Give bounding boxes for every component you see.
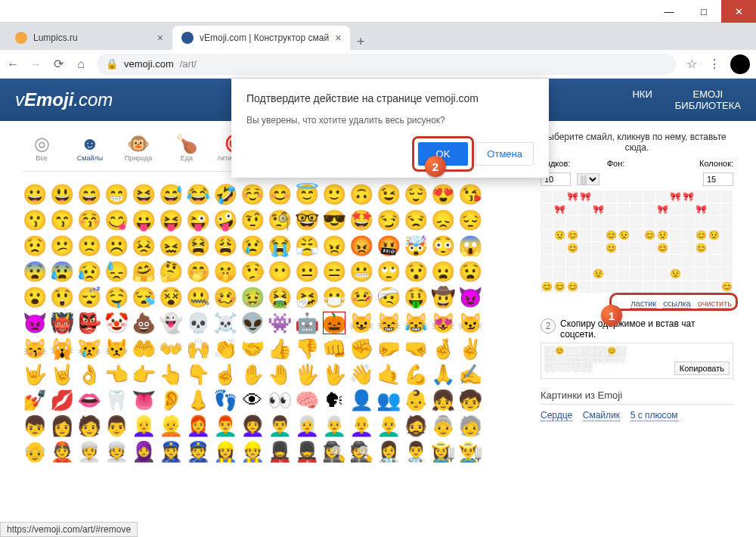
canvas-cell[interactable] xyxy=(643,191,655,203)
canvas-cell[interactable] xyxy=(631,268,643,280)
profile-avatar[interactable] xyxy=(730,54,750,74)
emoji-cell[interactable]: 😪 xyxy=(132,285,156,309)
emoji-cell[interactable]: 👨‍⚕️ xyxy=(404,439,428,464)
emoji-cell[interactable]: 😧 xyxy=(458,259,482,284)
emoji-cell[interactable]: 😣 xyxy=(132,234,156,258)
emoji-cell[interactable]: 👨 xyxy=(104,414,129,438)
back-icon[interactable]: ← xyxy=(6,57,20,71)
canvas-cell[interactable] xyxy=(541,255,553,267)
emoji-cell[interactable]: 🙌 xyxy=(186,337,210,361)
emoji-cell[interactable]: 😸 xyxy=(376,311,401,335)
emoji-cell[interactable]: 😮 xyxy=(23,285,47,309)
reload-icon[interactable]: ⟳ xyxy=(51,57,65,71)
emoji-cell[interactable]: 🤓 xyxy=(295,208,319,232)
emoji-cell[interactable]: 🎃 xyxy=(322,311,346,335)
emoji-cell[interactable]: 🤬 xyxy=(376,234,401,258)
canvas-cell[interactable] xyxy=(541,242,553,254)
emoji-cell[interactable]: 🖐 xyxy=(295,362,319,386)
canvas-cell[interactable]: 😟 xyxy=(708,229,720,241)
emoji-cell[interactable]: 🤗 xyxy=(132,259,156,284)
emoji-cell[interactable]: 🤖 xyxy=(295,311,319,335)
emoji-cell[interactable]: 🤭 xyxy=(186,259,210,284)
emoji-cell[interactable]: 👁 xyxy=(240,388,265,412)
canvas-cell[interactable] xyxy=(720,191,733,203)
emoji-cell[interactable]: 🕵️‍♀️ xyxy=(322,439,346,464)
canvas-cell[interactable] xyxy=(605,203,617,216)
emoji-cell[interactable]: 😔 xyxy=(458,208,482,232)
emoji-cell[interactable]: 🙀 xyxy=(50,337,74,361)
emoji-cell[interactable]: 🙁 xyxy=(77,234,101,258)
emoji-cell[interactable]: 😼 xyxy=(458,311,482,335)
emoji-cell[interactable]: 🧐 xyxy=(268,208,292,232)
canvas-cell[interactable] xyxy=(720,242,733,254)
emoji-cell[interactable]: 😜 xyxy=(186,208,210,232)
canvas-cell[interactable] xyxy=(579,216,591,228)
canvas-cell[interactable] xyxy=(720,203,733,216)
canvas-cell[interactable] xyxy=(631,255,643,267)
canvas-cell[interactable] xyxy=(566,216,578,228)
emoji-cell[interactable]: 🧓 xyxy=(458,414,482,438)
canvas-cell[interactable] xyxy=(682,203,694,216)
canvas-cell[interactable] xyxy=(643,203,655,216)
canvas-cell[interactable]: 🎀 xyxy=(579,191,591,203)
canvas-cell[interactable]: 😊 xyxy=(541,281,553,293)
emoji-cell[interactable]: 😎 xyxy=(322,208,346,232)
canvas-cell[interactable] xyxy=(618,268,630,280)
emoji-cell[interactable]: 🤔 xyxy=(159,259,183,284)
canvas-cell[interactable] xyxy=(618,281,630,293)
emoji-cell[interactable]: 👤 xyxy=(349,388,373,412)
emoji-cell[interactable]: 🤒 xyxy=(349,285,373,309)
emoji-cell[interactable]: 🤥 xyxy=(240,259,265,284)
emoji-cell[interactable]: 🤚 xyxy=(268,362,292,386)
canvas-cell[interactable] xyxy=(708,281,720,293)
emoji-cell[interactable]: 👺 xyxy=(77,311,101,335)
canvas-cell[interactable] xyxy=(618,255,630,267)
canvas-cell[interactable] xyxy=(708,216,720,228)
emoji-cell[interactable]: 😟 xyxy=(23,234,47,258)
canvas-cell[interactable] xyxy=(682,268,694,280)
emoji-cell[interactable]: 💂‍♀️ xyxy=(268,439,292,464)
emoji-cell[interactable]: 😳 xyxy=(431,234,455,258)
canvas-cell[interactable] xyxy=(708,191,720,203)
close-tab-icon[interactable]: × xyxy=(157,32,163,44)
bg-select[interactable]: ░ xyxy=(577,173,600,185)
emoji-cell[interactable]: ✋ xyxy=(240,362,265,386)
canvas-cell[interactable] xyxy=(695,216,707,228)
emoji-cell[interactable]: 🕵️ xyxy=(349,439,373,464)
emoji-cell[interactable]: 🤮 xyxy=(268,285,292,309)
emoji-cell[interactable]: 👷 xyxy=(240,439,265,464)
nav-link[interactable]: EMOJI xyxy=(675,88,741,100)
emoji-cell[interactable]: 🤣 xyxy=(213,182,237,206)
canvas-cell[interactable]: 🎀 xyxy=(695,203,707,216)
canvas-cell[interactable] xyxy=(643,268,655,280)
canvas-cell[interactable] xyxy=(695,281,707,293)
emoji-cell[interactable]: 👃 xyxy=(186,388,210,412)
new-tab-button[interactable]: + xyxy=(350,34,371,50)
canvas-cell[interactable]: 🎀 xyxy=(682,191,694,203)
emoji-cell[interactable]: 😹 xyxy=(404,311,428,335)
emoji-cell[interactable]: 😺 xyxy=(349,311,373,335)
nav-link[interactable]: НКИ xyxy=(632,88,652,111)
emoji-cell[interactable]: 👹 xyxy=(50,311,74,335)
emoji-cell[interactable]: ✌️ xyxy=(458,337,482,361)
emoji-cell[interactable]: ☝️ xyxy=(213,362,237,386)
canvas-cell[interactable] xyxy=(631,242,643,254)
canvas-cell[interactable] xyxy=(656,255,668,267)
emoji-cell[interactable]: ☹️ xyxy=(104,234,129,258)
canvas-cell[interactable]: 😊 xyxy=(656,242,668,254)
canvas-cell[interactable] xyxy=(669,242,681,254)
emoji-cell[interactable]: 🤪 xyxy=(213,208,237,232)
canvas-cell[interactable] xyxy=(656,281,668,293)
emoji-cell[interactable]: 👲 xyxy=(50,439,74,464)
canvas-cell[interactable] xyxy=(618,191,630,203)
emoji-cell[interactable]: 😬 xyxy=(349,259,373,284)
emoji-cell[interactable]: 🤙 xyxy=(376,362,401,386)
canvas-cell[interactable] xyxy=(592,229,604,241)
emoji-cell[interactable]: 😝 xyxy=(159,208,183,232)
nav-link[interactable]: БИБЛИОТЕКА xyxy=(675,100,741,111)
emoji-cell[interactable]: 👧 xyxy=(431,388,455,412)
emoji-cell[interactable]: 💋 xyxy=(50,388,74,412)
emoji-cell[interactable]: 👏 xyxy=(213,337,237,361)
cancel-button[interactable]: Отмена xyxy=(476,142,534,166)
canvas-cell[interactable] xyxy=(605,216,617,228)
